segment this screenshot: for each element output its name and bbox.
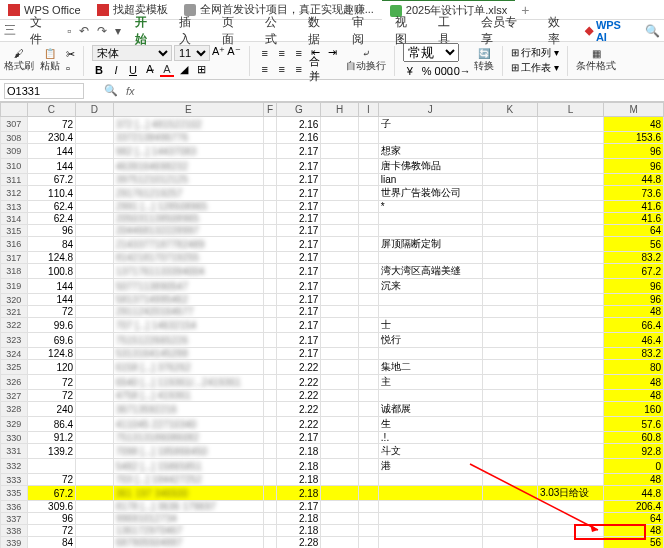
cell[interactable]: 3.03日给设	[537, 486, 603, 501]
cell[interactable]: 66.4	[604, 318, 664, 333]
cell[interactable]: 120	[27, 360, 76, 375]
cell[interactable]: 308	[1, 132, 28, 144]
cell[interactable]: 92.8	[604, 444, 664, 459]
cell[interactable]	[321, 159, 359, 174]
cell[interactable]	[263, 186, 276, 201]
cell[interactable]: 2.22	[277, 360, 321, 375]
cell[interactable]	[482, 225, 537, 237]
cell[interactable]	[263, 237, 276, 252]
fx-label[interactable]: fx	[126, 85, 135, 97]
cell[interactable]	[482, 132, 537, 144]
cell[interactable]	[358, 537, 378, 549]
cell[interactable]	[358, 144, 378, 159]
cell[interactable]	[537, 537, 603, 549]
dec-inc-icon[interactable]: .0→	[454, 64, 468, 78]
cell[interactable]	[76, 486, 114, 501]
cell[interactable]: 57.6	[604, 417, 664, 432]
cell[interactable]	[321, 117, 359, 132]
cell[interactable]: 48	[604, 375, 664, 390]
align-mid-icon[interactable]: ≡	[275, 46, 289, 60]
undo-icon[interactable]: ↶	[79, 24, 89, 38]
cell[interactable]	[378, 474, 482, 486]
align-bot-icon[interactable]: ≡	[292, 46, 306, 60]
table-row[interactable]: 308230.433721384967762.16153.6	[1, 132, 664, 144]
cell[interactable]: 56	[604, 237, 664, 252]
cell[interactable]	[321, 306, 359, 318]
cell[interactable]	[482, 306, 537, 318]
cut-icon[interactable]: ✂	[66, 48, 75, 61]
table-row[interactable]: 33091.27513131860860822.17.!.60.8	[1, 432, 664, 444]
cell[interactable]	[76, 318, 114, 333]
cell[interactable]	[378, 225, 482, 237]
table-row[interactable]: 31362.42991 [...] 1285089652.17*41.6	[1, 201, 664, 213]
cell[interactable]: 2.17	[277, 201, 321, 213]
cell[interactable]: 56	[604, 537, 664, 549]
cell[interactable]: 314	[1, 213, 28, 225]
cell[interactable]	[358, 237, 378, 252]
formula-input[interactable]	[143, 83, 660, 99]
cell[interactable]	[76, 117, 114, 132]
cell[interactable]: 310	[1, 159, 28, 174]
cell[interactable]	[321, 213, 359, 225]
table-row[interactable]: 336309.68178 [...] 3636 1796972.17206.4	[1, 501, 664, 513]
cell[interactable]: 60.8	[604, 432, 664, 444]
cell[interactable]: 372 [...] 481522102	[113, 117, 263, 132]
cell[interactable]: 80	[604, 360, 664, 375]
cell[interactable]	[358, 525, 378, 537]
cell[interactable]	[537, 432, 603, 444]
cell[interactable]	[321, 402, 359, 417]
cell[interactable]: 2.18	[277, 444, 321, 459]
cell[interactable]: 67.2	[604, 264, 664, 279]
cell[interactable]: 2.17	[277, 186, 321, 201]
table-row[interactable]: 31167.239751210121252.17lian44.8	[1, 174, 664, 186]
cell[interactable]	[358, 348, 378, 360]
cell[interactable]	[482, 360, 537, 375]
cell[interactable]: 96	[604, 159, 664, 174]
cell[interactable]: 96	[604, 294, 664, 306]
align-left-icon[interactable]: ≡	[258, 62, 272, 76]
table-row[interactable]: 31914450771138905472.17沉来96	[1, 279, 664, 294]
table-row[interactable]: 33567.2361 197 3465002.183.03日给设44.8	[1, 486, 664, 501]
cell[interactable]	[321, 360, 359, 375]
indent-inc-icon[interactable]: ⇥	[326, 46, 340, 60]
menu-button[interactable]: 三	[4, 22, 16, 39]
cell[interactable]	[263, 348, 276, 360]
cell[interactable]	[263, 252, 276, 264]
cell[interactable]	[537, 117, 603, 132]
cell[interactable]: 73.6	[604, 186, 664, 201]
cell[interactable]	[263, 501, 276, 513]
cell[interactable]	[321, 294, 359, 306]
copy-icon[interactable]: ▫	[66, 62, 75, 74]
menu-file[interactable]: 文件	[24, 14, 59, 48]
cell[interactable]	[358, 279, 378, 294]
cell[interactable]	[263, 444, 276, 459]
cell[interactable]: 72	[27, 117, 76, 132]
table-row[interactable]: 3251206158 [...] 3762622.22集地二80	[1, 360, 664, 375]
cell[interactable]: 110.4	[27, 186, 76, 201]
cell[interactable]: 325	[1, 360, 28, 375]
cell[interactable]	[482, 537, 537, 549]
convert-button[interactable]: 🔄转换	[474, 48, 494, 73]
cell[interactable]: lian	[378, 174, 482, 186]
cell[interactable]: 96	[27, 225, 76, 237]
cell[interactable]: 主	[378, 375, 482, 390]
cell[interactable]: 309	[1, 144, 28, 159]
cell[interactable]	[482, 174, 537, 186]
cell[interactable]: 2.22	[277, 390, 321, 402]
cell[interactable]: 2.17	[277, 348, 321, 360]
cell[interactable]	[76, 375, 114, 390]
cell[interactable]: 72	[27, 306, 76, 318]
cell[interactable]: 204468132228997	[113, 225, 263, 237]
cell[interactable]	[321, 237, 359, 252]
table-row[interactable]: 326726540 [...] 119361/...24193612.22主48	[1, 375, 664, 390]
strike-button[interactable]: A̶	[143, 63, 157, 77]
cell[interactable]	[537, 525, 603, 537]
cell[interactable]: 64	[604, 513, 664, 525]
cell[interactable]: 7515122665226	[113, 333, 263, 348]
cell[interactable]	[482, 348, 537, 360]
cell[interactable]: 6540 [...] 119361/...2419361	[113, 375, 263, 390]
cell[interactable]	[76, 360, 114, 375]
cell[interactable]	[378, 252, 482, 264]
table-row[interactable]: 327724758 [...] 4193612.2248	[1, 390, 664, 402]
cell[interactable]: 2.22	[277, 375, 321, 390]
